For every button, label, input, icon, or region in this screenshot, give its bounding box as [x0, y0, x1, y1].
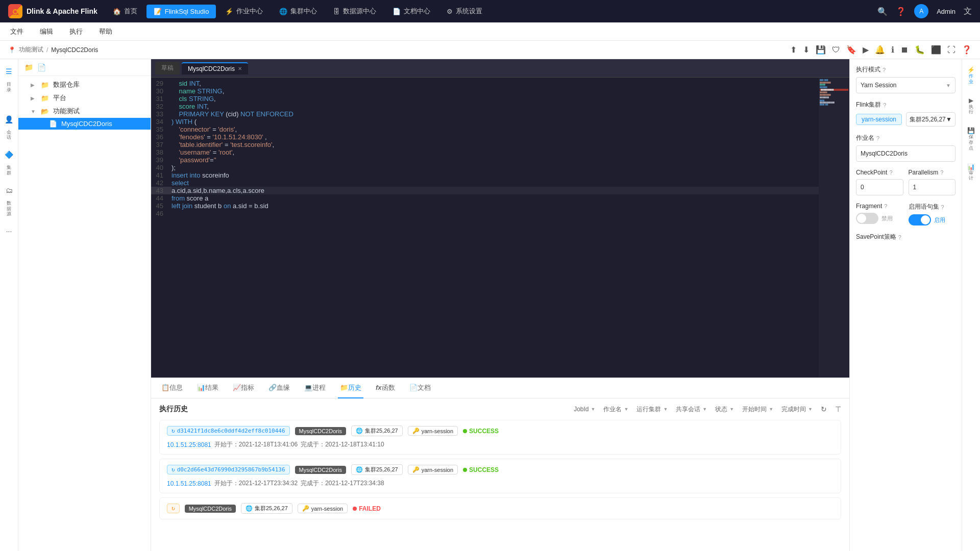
sentence-toggle[interactable]	[909, 214, 931, 226]
nav-flinksql[interactable]: 📝 FlinkSql Studio	[146, 5, 216, 18]
menu-file[interactable]: 文件	[8, 22, 26, 41]
nav-settings[interactable]: ⚙ 系统设置	[439, 4, 489, 19]
execution-mode-help[interactable]: ?	[883, 67, 886, 73]
debug-icon[interactable]: 🐛	[915, 45, 925, 55]
filter-start-time[interactable]: 开始时间 ▼	[742, 405, 773, 414]
expand-icon-3: ▼	[31, 109, 39, 114]
job-name-help[interactable]: ?	[876, 135, 879, 141]
checkpoint-help[interactable]: ?	[889, 169, 892, 176]
nav-home[interactable]: 🏠 首页	[106, 4, 144, 19]
filter-jobname[interactable]: 作业名 ▼	[603, 405, 628, 414]
menu-edit[interactable]: 编辑	[38, 22, 55, 41]
sidebar-btn-datasource2[interactable]: 🗂	[1, 182, 17, 198]
parallelism-input[interactable]	[909, 179, 956, 195]
fragment-toggle-text: 禁用	[881, 215, 893, 222]
fragment-toggle[interactable]	[856, 213, 878, 224]
right-btn-execute[interactable]: ▶ 执行	[963, 94, 979, 118]
checkpoint-group: CheckPoint ?	[856, 169, 903, 195]
tab-functions[interactable]: fx 函数	[374, 378, 397, 398]
checkpoint-input[interactable]	[856, 179, 903, 195]
tree-item-mysqlcdc[interactable]: 📄 MysqlCDC2Doris	[18, 118, 151, 130]
filter-end-time[interactable]: 完成时间 ▼	[781, 405, 813, 414]
tab-close-btn[interactable]: ✕	[238, 66, 242, 71]
cluster-icon-1: 🌐	[356, 428, 363, 434]
filter-cluster[interactable]: 运行集群 ▼	[636, 405, 668, 414]
delete-icon[interactable]: ⊤	[835, 405, 841, 413]
translate-icon[interactable]: 文	[964, 6, 972, 17]
sidebar-btn-user[interactable]: 👤	[1, 111, 17, 128]
tree-label-3: 功能测试	[53, 107, 144, 116]
history-row-1: ↻ d31421f1dc8e6c0ddf4d2eff8c010446 Mysql…	[159, 420, 841, 455]
cluster-dropdown-arrow: ▼	[946, 116, 952, 123]
stop-icon[interactable]: ⏹	[900, 45, 909, 55]
parallelism-label: Parallelism ?	[909, 169, 956, 176]
new-folder-btn[interactable]: 📁	[24, 63, 33, 71]
shield-icon[interactable]: 🛡	[832, 45, 840, 55]
right-btn-savepoint[interactable]: 💾 保存点	[963, 124, 979, 154]
job-id-tag-1[interactable]: ↻ d31421f1dc8e6c0ddf4d2eff8c010446	[167, 426, 290, 436]
tree-item-platform[interactable]: ▶ 📁 平台	[18, 91, 151, 105]
tab-docs[interactable]: 📄 文档	[407, 378, 433, 398]
tab-info[interactable]: 📋 信息	[159, 378, 185, 398]
code-editor[interactable]: 29 sid INT, 30 name STRING, 31 cls STRIN…	[151, 78, 819, 378]
tab-metrics[interactable]: 📈 指标	[231, 378, 256, 398]
save-icon[interactable]: 💾	[816, 45, 826, 55]
bookmark-icon[interactable]: 🔖	[846, 45, 856, 55]
tab-draft[interactable]: 草稿	[155, 62, 180, 74]
sidebar-btn-cluster2[interactable]: 🔷	[1, 146, 17, 163]
status-dot-1	[463, 429, 467, 433]
tree-item-functest[interactable]: ▼ 📂 功能测试	[18, 105, 151, 118]
sidebar-btn-more[interactable]: ···	[1, 223, 17, 239]
sentence-set-help[interactable]: ?	[941, 204, 944, 210]
fragment-help[interactable]: ?	[884, 203, 887, 209]
right-btn-audit[interactable]: 📊 审计	[963, 160, 979, 185]
tab-process[interactable]: 💻 进程	[302, 378, 328, 398]
host-link-2[interactable]: 10.1.51.25:8081	[167, 480, 211, 487]
cluster-dropdown[interactable]: 集群25,26,27 ▼	[906, 112, 955, 127]
job-name-input[interactable]	[856, 145, 955, 162]
filter-status[interactable]: 状态 ▼	[715, 405, 734, 414]
code-line-38: 38 'username' = 'root',	[151, 148, 819, 156]
format-icon[interactable]: ⬛	[931, 45, 941, 55]
bell-icon[interactable]: 🔔	[875, 45, 885, 55]
fullscreen-icon[interactable]: ⛶	[947, 45, 955, 55]
tab-history[interactable]: 📁 历史	[338, 378, 363, 398]
parallelism-help[interactable]: ?	[940, 169, 943, 176]
info-circle-icon[interactable]: ℹ	[891, 45, 894, 55]
job-id-tag-2[interactable]: ↻ d0c2d66e43d76990d3295867b9b54136	[167, 465, 290, 474]
filter-session[interactable]: 共享会话 ▼	[676, 405, 707, 414]
help-icon[interactable]: ❓	[896, 7, 906, 16]
history-row-3: ↻ MysqlCDC2Doris 🌐 集群25,26,27 🔑 yarn-ses…	[159, 497, 841, 519]
nav-datasource[interactable]: 🗄 数据源中心	[326, 4, 383, 19]
right-savepoint-icon: 💾	[967, 127, 975, 134]
nav-cluster[interactable]: 🌐 集群中心	[272, 4, 324, 19]
menu-help[interactable]: 帮助	[97, 22, 114, 41]
job-id-tag-3[interactable]: ↻	[167, 504, 180, 513]
tab-lineage[interactable]: 🔗 血缘	[266, 378, 292, 398]
code-line-36: 36 'fenodes' = '10.1.51.24:8030' ,	[151, 133, 819, 141]
new-file-btn[interactable]: 📄	[37, 63, 46, 71]
sidebar-btn-catalog[interactable]: ☰	[1, 63, 17, 80]
jobname-filter-label: 作业名	[603, 405, 622, 414]
cluster-filter-label: 运行集群	[636, 405, 661, 414]
savepoint-help[interactable]: ?	[898, 234, 901, 240]
filter-jobid[interactable]: JobId ▼	[574, 406, 595, 413]
nav-jobs[interactable]: ⚡ 作业中心	[218, 4, 270, 19]
refresh-icon[interactable]: ↻	[821, 405, 827, 413]
execution-mode-select[interactable]: Yarn Session ▼	[856, 77, 955, 93]
tab-mysqlcdc[interactable]: MysqlCDC2Doris ✕	[182, 62, 248, 74]
run-icon[interactable]: ▶	[863, 45, 869, 55]
nav-docs[interactable]: 📄 文档中心	[385, 4, 437, 19]
right-btn-jobs[interactable]: ⚡ 作业	[963, 63, 979, 88]
flink-cluster-help[interactable]: ?	[883, 102, 886, 108]
breadcrumb-path[interactable]: 功能测试	[19, 45, 43, 54]
question-icon[interactable]: ❓	[962, 45, 972, 55]
bottom-panel: 📋 信息 📊 结果 📈 指标 🔗 血缘 💻 进程	[151, 378, 849, 551]
search-icon[interactable]: 🔍	[877, 7, 888, 16]
download-icon[interactable]: ⬇	[803, 45, 810, 55]
tree-item-warehouse[interactable]: ▶ 📁 数据仓库	[18, 78, 151, 91]
menu-execute[interactable]: 执行	[67, 22, 85, 41]
upload-icon[interactable]: ⬆	[790, 45, 797, 55]
tab-result[interactable]: 📊 结果	[195, 378, 220, 398]
host-link-1[interactable]: 10.1.51.25:8081	[167, 441, 211, 448]
